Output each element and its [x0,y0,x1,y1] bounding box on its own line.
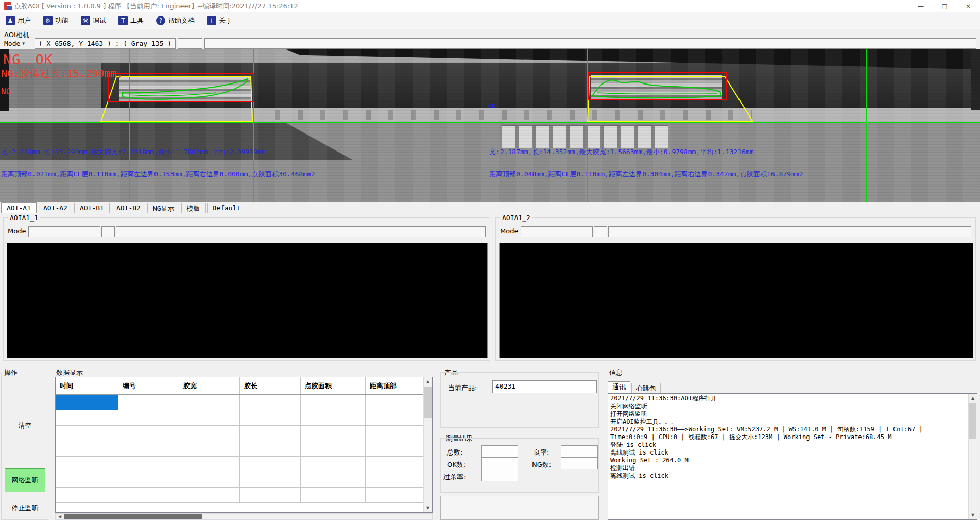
table-cell[interactable] [118,457,179,472]
tab-template[interactable]: 模版 [181,203,206,213]
table-cell[interactable] [118,441,179,456]
camera-mode-dropdown[interactable]: Mode ▼ [2,38,33,48]
table-hscroll-thumb[interactable] [64,514,202,519]
table-cell[interactable] [366,395,432,410]
toolbar-button-tools[interactable]: T 工具 [116,14,146,27]
table-cell[interactable] [301,472,366,487]
camera-image-view[interactable]: NG，OK NG:胶体过长:15.290mm, NG OK 宽:2.218mm,… [0,49,980,202]
tab-default[interactable]: Default [207,203,247,213]
minimize-button[interactable]: — [909,0,933,12]
table-cell[interactable] [301,457,366,472]
table-cell[interactable] [366,410,432,425]
yield-field[interactable] [561,445,598,458]
table-cell[interactable] [56,426,118,441]
table-cell[interactable] [118,410,179,425]
table-cell[interactable] [179,410,240,425]
table-cell[interactable] [240,441,301,456]
table-horizontal-scrollbar[interactable]: ◀ [55,513,433,520]
table-cell[interactable] [179,395,240,410]
toolbar-button-about[interactable]: i 关于 [204,14,235,27]
scroll-down-icon[interactable]: ▼ [424,504,432,512]
table-row[interactable] [56,488,432,503]
scroll-left-icon[interactable]: ◀ [56,514,64,519]
table-cell[interactable] [240,426,301,441]
toolbar-button-function[interactable]: ⚙ 功能 [41,14,71,27]
tab-aoi-a1[interactable]: AOI-A1 [1,202,37,213]
column-header-glue-area[interactable]: 点胶面积 [301,377,366,394]
table-row[interactable] [56,441,432,457]
comm-log[interactable]: 2021/7/29 11:36:30:AOI程序打开 关闭网络监听 打开网络监听… [608,393,977,520]
tab-ng-display[interactable]: NG显示 [147,203,180,213]
clear-button[interactable]: 清空 [5,416,45,435]
table-row[interactable] [56,395,432,410]
table-cell[interactable] [118,426,179,441]
log-scroll-thumb[interactable] [969,403,976,439]
table-cell[interactable] [56,472,118,487]
column-header-glue-width[interactable]: 胶宽 [179,377,240,394]
subview-2-mode-dropdown[interactable]: Mode ▼ [500,227,524,235]
tab-heartbeat[interactable]: 心跳包 [631,383,661,393]
table-cell[interactable] [366,472,432,487]
table-cell[interactable] [56,395,118,410]
tab-comm[interactable]: 通讯 [608,381,630,393]
column-header-distance-top[interactable]: 距离顶部 [366,377,432,394]
table-row[interactable] [56,426,432,441]
subview-1-image[interactable] [7,243,488,358]
table-cell[interactable] [301,410,366,425]
table-cell[interactable] [179,457,240,472]
ng-count-field[interactable] [561,457,598,469]
table-cell[interactable] [179,441,240,456]
scroll-up-icon[interactable]: ▲ [424,377,432,386]
close-button[interactable]: × [956,0,980,12]
table-cell[interactable] [366,488,432,502]
maximize-button[interactable]: □ [933,0,956,12]
table-cell[interactable] [118,395,179,410]
table-cell[interactable] [179,488,240,502]
table-cell[interactable] [301,395,366,410]
table-cell[interactable] [240,410,301,425]
table-cell[interactable] [179,472,240,487]
toolbar-button-user[interactable]: ♟ 用户 [3,14,33,27]
table-row[interactable] [56,472,432,488]
toolbar-button-help[interactable]: ? 帮助文档 [153,14,197,27]
toolbar-button-debug[interactable]: ⚒ 调试 [78,14,109,27]
table-cell[interactable] [179,426,240,441]
table-cell[interactable] [240,395,301,410]
table-cell[interactable] [301,488,366,502]
subview-2-image[interactable] [499,243,973,358]
table-cell[interactable] [301,426,366,441]
tab-aoi-a2[interactable]: AOI-A2 [38,203,73,213]
table-cell[interactable] [240,488,301,502]
table-vertical-scrollbar[interactable]: ▲ ▼ [423,377,432,512]
table-cell[interactable] [366,441,432,456]
stop-listen-button[interactable]: 停止监听 [5,497,45,519]
table-cell[interactable] [366,457,432,472]
scroll-down-icon[interactable]: ▼ [969,511,977,519]
tab-aoi-b1[interactable]: AOI-B1 [74,203,110,213]
table-cell[interactable] [56,410,118,425]
column-header-glue-length[interactable]: 胶长 [240,377,301,394]
log-scrollbar[interactable]: ▲ ▼ [968,394,977,519]
table-vscroll-thumb[interactable] [424,387,432,418]
table-cell[interactable] [240,472,301,487]
table-cell[interactable] [301,441,366,456]
tab-aoi-b2[interactable]: AOI-B2 [111,203,146,213]
table-cell[interactable] [56,457,118,472]
table-row[interactable] [56,410,432,426]
overkill-field[interactable] [481,469,518,481]
network-listen-button[interactable]: 网络监听 [5,468,45,492]
scroll-up-icon[interactable]: ▲ [969,394,977,402]
column-header-id[interactable]: 编号 [118,377,179,394]
table-cell[interactable] [118,472,179,487]
table-cell[interactable] [56,441,118,456]
table-cell[interactable] [366,426,432,441]
table-cell[interactable] [118,488,179,502]
total-field[interactable] [481,445,518,458]
column-header-time[interactable]: 时间 [56,377,118,394]
current-product-field[interactable]: 40231 [492,380,597,393]
table-row[interactable] [56,457,432,472]
table-cell[interactable] [56,488,118,502]
table-cell[interactable] [240,457,301,472]
subview-1-mode-dropdown[interactable]: Mode ▼ [8,227,31,235]
ok-count-field[interactable] [481,457,518,469]
